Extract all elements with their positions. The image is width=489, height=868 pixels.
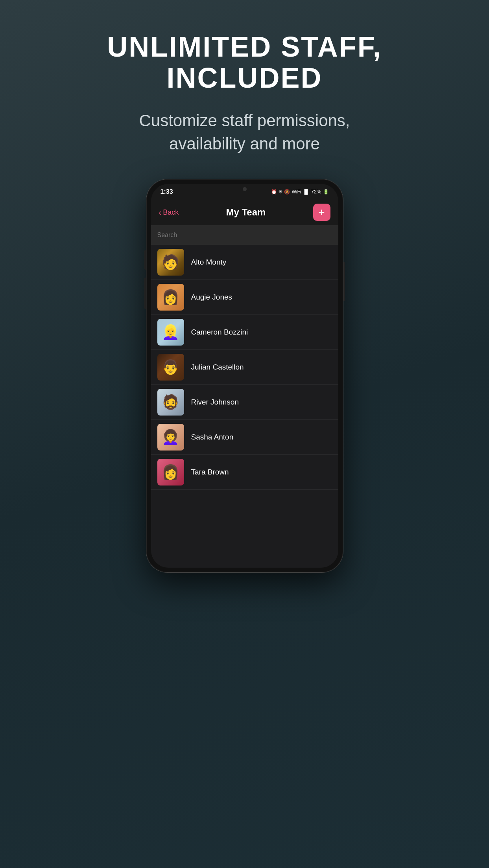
side-button-power <box>343 262 345 301</box>
search-input[interactable] <box>157 232 332 239</box>
avatar-face-tara-brown: 👩 <box>162 464 179 480</box>
chevron-left-icon: ‹ <box>159 208 162 217</box>
team-item-cameron-bozzini[interactable]: 👱‍♀️Cameron Bozzini <box>151 315 338 350</box>
nav-bar: ‹ Back My Team + <box>151 200 338 225</box>
avatar-face-augie-jones: 👩 <box>162 289 179 305</box>
avatar-face-river-johnson: 🧔 <box>162 394 179 410</box>
phone-screen: 1:33 ⏰ ✳ 🔕 WiFi ▐▌ 72% 🔋 ‹ Back My Team <box>151 184 338 568</box>
team-member-name-river-johnson: River Johnson <box>191 398 239 406</box>
team-list: 🧑Alto Monty👩Augie Jones👱‍♀️Cameron Bozzi… <box>151 245 338 568</box>
plus-icon: + <box>318 206 325 219</box>
nav-title: My Team <box>226 207 266 218</box>
camera-dot <box>243 187 247 191</box>
battery-icon: 🔋 <box>323 189 329 195</box>
team-item-sasha-anton[interactable]: 👩‍🦱Sasha Anton <box>151 420 338 455</box>
avatar-cameron-bozzini: 👱‍♀️ <box>157 319 184 346</box>
team-item-alto-monty[interactable]: 🧑Alto Monty <box>151 245 338 280</box>
team-item-tara-brown[interactable]: 👩Tara Brown <box>151 455 338 490</box>
team-member-name-julian-castellon: Julian Castellon <box>191 363 244 371</box>
team-item-river-johnson[interactable]: 🧔River Johnson <box>151 385 338 420</box>
status-bar: 1:33 ⏰ ✳ 🔕 WiFi ▐▌ 72% 🔋 <box>151 184 338 200</box>
headline-section: UNLIMITED STAFF,INCLUDED Customize staff… <box>76 31 413 156</box>
signal-icon: ▐▌ <box>303 189 309 195</box>
avatar-julian-castellon: 👨 <box>157 354 184 381</box>
headline-subtitle: Customize staff permissions,availability… <box>107 109 382 156</box>
headline-title: UNLIMITED STAFF,INCLUDED <box>107 31 382 94</box>
search-bar <box>151 225 338 245</box>
team-item-julian-castellon[interactable]: 👨Julian Castellon <box>151 350 338 385</box>
team-member-name-alto-monty: Alto Monty <box>191 258 227 267</box>
status-right-icons: ⏰ ✳ 🔕 WiFi ▐▌ 72% 🔋 <box>271 189 328 195</box>
avatar-alto-monty: 🧑 <box>157 249 184 276</box>
team-item-augie-jones[interactable]: 👩Augie Jones <box>151 280 338 315</box>
add-team-member-button[interactable]: + <box>313 204 330 221</box>
avatar-face-julian-castellon: 👨 <box>162 359 179 375</box>
team-member-name-sasha-anton: Sasha Anton <box>191 433 234 441</box>
avatar-augie-jones: 👩 <box>157 284 184 311</box>
side-button-volume-up <box>144 250 146 270</box>
team-member-name-cameron-bozzini: Cameron Bozzini <box>191 328 248 337</box>
bluetooth-icon: ✳ <box>279 189 282 195</box>
team-member-name-augie-jones: Augie Jones <box>191 293 233 302</box>
back-button[interactable]: ‹ Back <box>159 208 179 217</box>
avatar-river-johnson: 🧔 <box>157 389 184 416</box>
phone-wrapper: 1:33 ⏰ ✳ 🔕 WiFi ▐▌ 72% 🔋 ‹ Back My Team <box>146 179 343 828</box>
avatar-face-alto-monty: 🧑 <box>162 254 179 270</box>
avatar-sasha-anton: 👩‍🦱 <box>157 424 184 451</box>
phone-shell: 1:33 ⏰ ✳ 🔕 WiFi ▐▌ 72% 🔋 ‹ Back My Team <box>146 179 343 572</box>
team-member-name-tara-brown: Tara Brown <box>191 468 229 476</box>
alarm-icon: ⏰ <box>271 189 277 195</box>
avatar-face-cameron-bozzini: 👱‍♀️ <box>162 324 179 340</box>
mute-icon: 🔕 <box>284 189 290 195</box>
status-time: 1:33 <box>161 188 173 195</box>
battery-level: 72% <box>311 189 321 195</box>
wifi-icon: WiFi <box>292 189 301 195</box>
avatar-face-sasha-anton: 👩‍🦱 <box>162 429 179 445</box>
back-label: Back <box>163 208 179 217</box>
avatar-tara-brown: 👩 <box>157 459 184 485</box>
side-button-volume-down <box>144 278 146 309</box>
